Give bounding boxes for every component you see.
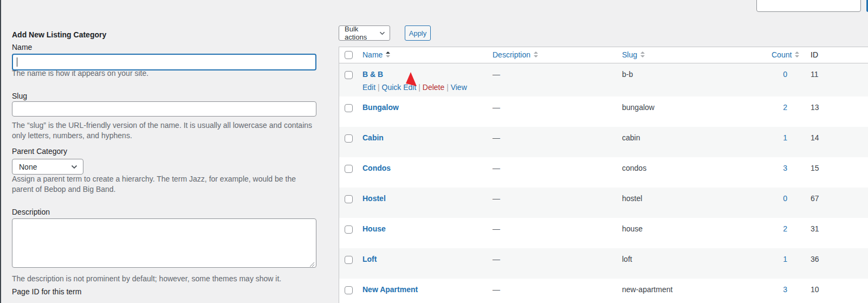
- table-header-row: Name Description Slug Count ID: [339, 47, 868, 63]
- category-name-link[interactable]: New Apartment: [362, 285, 418, 294]
- category-description: —: [493, 164, 500, 172]
- category-name-link[interactable]: Loft: [362, 255, 377, 263]
- bulk-actions-label: Bulk actions: [345, 25, 379, 41]
- sort-indicator-slug: [640, 51, 645, 57]
- category-description: —: [493, 133, 500, 142]
- select-all-checkbox[interactable]: [345, 51, 353, 59]
- slug-input[interactable]: [12, 101, 316, 117]
- sort-indicator-count: [795, 51, 799, 57]
- row-checkbox[interactable]: [345, 104, 353, 112]
- category-slug: new-apartment: [622, 285, 672, 294]
- category-description: —: [493, 194, 500, 203]
- row-action-view[interactable]: View: [451, 83, 467, 92]
- row-action-edit[interactable]: Edit: [362, 83, 375, 92]
- categories-table: Name Description Slug Count ID B & B — b…: [339, 47, 868, 303]
- category-id: 13: [811, 103, 819, 112]
- category-name-link[interactable]: B & B: [362, 70, 383, 79]
- category-slug: condos: [622, 164, 646, 172]
- category-name-link[interactable]: House: [362, 224, 386, 233]
- row-action-delete[interactable]: Delete: [423, 83, 444, 92]
- category-table-body: B & B — b-b 0 11 Edit | Quick Edit | Del…: [339, 63, 868, 303]
- category-id: 14: [811, 133, 819, 142]
- row-checkbox[interactable]: [345, 225, 353, 234]
- category-name-link[interactable]: Bungalow: [362, 103, 399, 112]
- category-slug: hostel: [622, 194, 642, 203]
- action-separator: |: [416, 83, 422, 92]
- table-row: Loft — loft 1 36: [339, 248, 868, 279]
- column-header-id: ID: [811, 47, 818, 63]
- name-label: Name: [12, 43, 32, 51]
- category-slug: house: [622, 224, 643, 233]
- category-description: —: [493, 255, 500, 263]
- table-row: Condos — condos 3 15: [339, 157, 868, 188]
- category-name-link[interactable]: Hostel: [362, 194, 386, 203]
- description-label: Description: [12, 208, 50, 216]
- sort-indicator-description: [534, 51, 538, 57]
- category-description: —: [493, 285, 500, 294]
- category-count-link[interactable]: 1: [783, 255, 787, 263]
- category-id: 11: [811, 70, 819, 79]
- chevron-down-icon: [379, 31, 385, 35]
- description-help: The description is not prominent by defa…: [12, 274, 313, 284]
- category-id: 10: [811, 285, 819, 294]
- category-count-link[interactable]: 2: [783, 224, 787, 233]
- action-separator: |: [375, 83, 381, 92]
- left-edge-divider: [0, 0, 1, 303]
- chevron-down-icon: [71, 165, 77, 169]
- table-row: House — house 2 31: [339, 218, 868, 248]
- slug-label: Slug: [12, 92, 27, 100]
- category-count-link[interactable]: 3: [783, 285, 787, 294]
- parent-category-selected-value: None: [19, 163, 37, 171]
- row-checkbox[interactable]: [345, 71, 353, 79]
- category-count-link[interactable]: 3: [783, 164, 787, 172]
- category-slug: cabin: [622, 133, 640, 142]
- parent-category-select[interactable]: None: [12, 159, 83, 175]
- table-row: Hostel — hostel 0 67: [339, 188, 868, 218]
- category-description: —: [493, 224, 500, 233]
- row-actions: Edit | Quick Edit | Delete | View: [362, 83, 467, 92]
- table-row: B & B — b-b 0 11 Edit | Quick Edit | Del…: [339, 63, 868, 96]
- slug-help: The “slug” is the URL-friendly version o…: [12, 120, 313, 141]
- row-checkbox[interactable]: [345, 286, 353, 294]
- column-header-slug[interactable]: Slug: [622, 50, 637, 59]
- text-caret: [17, 57, 17, 67]
- row-checkbox[interactable]: [345, 165, 353, 173]
- category-id: 15: [811, 164, 819, 172]
- parent-category-label: Parent Category: [12, 147, 67, 156]
- action-separator: |: [444, 83, 450, 92]
- category-slug: b-b: [622, 70, 633, 79]
- table-row: New Apartment — new-apartment 3 10: [339, 279, 868, 303]
- bulk-actions-select[interactable]: Bulk actions: [339, 25, 390, 41]
- parent-category-help: Assign a parent term to create a hierarc…: [12, 174, 313, 195]
- category-description: —: [493, 70, 500, 79]
- apply-button[interactable]: Apply: [405, 25, 431, 41]
- table-row: Bungalow — bungalow 2 13: [339, 96, 868, 127]
- category-name-link[interactable]: Condos: [362, 164, 391, 172]
- table-row: Cabin — cabin 1 14: [339, 127, 868, 157]
- category-count-link[interactable]: 1: [783, 133, 787, 142]
- sort-indicator-name: [386, 51, 390, 57]
- row-checkbox[interactable]: [345, 195, 353, 203]
- category-count-link[interactable]: 0: [783, 194, 787, 203]
- category-id: 31: [811, 224, 819, 233]
- category-slug: loft: [622, 255, 632, 263]
- name-help: The name is how it appears on your site.: [12, 68, 313, 79]
- row-checkbox[interactable]: [345, 256, 353, 264]
- category-count-link[interactable]: 2: [783, 103, 787, 112]
- column-header-count[interactable]: Count: [772, 50, 792, 59]
- category-name-link[interactable]: Cabin: [362, 133, 384, 142]
- column-header-description[interactable]: Description: [493, 50, 530, 59]
- category-id: 67: [811, 194, 819, 203]
- page-id-label: Page ID for this term: [12, 287, 81, 296]
- row-checkbox[interactable]: [345, 134, 353, 143]
- row-action-quick-edit[interactable]: Quick Edit: [382, 83, 417, 92]
- form-title: Add New Listing Category: [12, 30, 106, 39]
- search-input[interactable]: [756, 0, 861, 12]
- category-id: 36: [811, 255, 819, 263]
- description-textarea[interactable]: [12, 218, 316, 268]
- category-slug: bungalow: [622, 103, 655, 112]
- category-count-link[interactable]: 0: [783, 70, 787, 79]
- category-description: —: [493, 103, 500, 112]
- column-header-name[interactable]: Name: [362, 50, 383, 59]
